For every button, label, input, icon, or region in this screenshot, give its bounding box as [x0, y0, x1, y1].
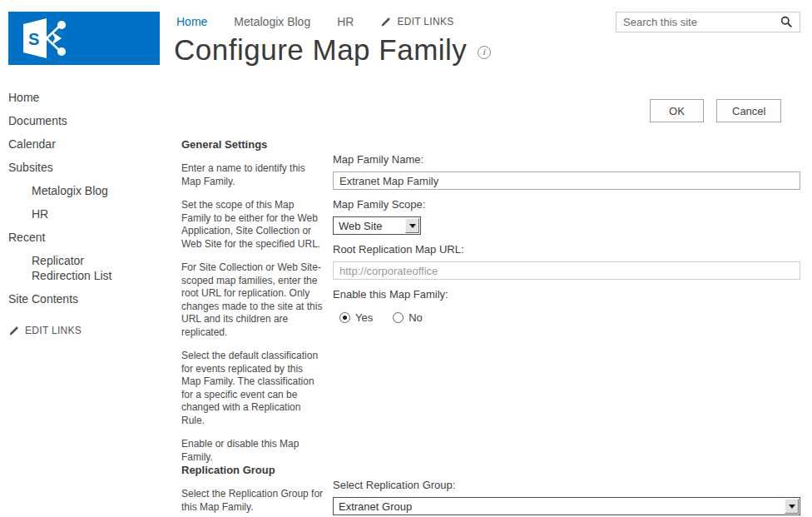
enable-map-family-label: Enable this Map Family:: [333, 288, 800, 301]
dropdown-arrow-icon[interactable]: [405, 218, 419, 233]
sidebar-item-site-contents[interactable]: Site Contents: [8, 291, 141, 306]
radio-unselected-icon: [393, 312, 404, 323]
top-navigation: Home Metalogix Blog HR EDIT LINKS: [176, 13, 454, 30]
replication-group-desc: Select the Replication Group for this Ma…: [181, 488, 324, 514]
sidebar-item-home[interactable]: Home: [8, 90, 141, 105]
root-replication-map-url-label: Root Replication Map URL:: [333, 243, 800, 256]
select-replication-group-value: Extranet Group: [339, 500, 412, 513]
sidebar-item-documents[interactable]: Documents: [8, 113, 141, 128]
map-family-name-input[interactable]: [333, 172, 800, 190]
enable-map-family-radios: Yes No: [333, 311, 800, 324]
ok-button[interactable]: OK: [650, 99, 704, 122]
form-actions: OK Cancel: [650, 99, 781, 122]
top-edit-links-label: EDIT LINKS: [397, 16, 453, 27]
sidebar-item-metalogix-blog[interactable]: Metalogix Blog: [8, 183, 141, 198]
top-nav-home[interactable]: Home: [176, 15, 207, 28]
map-family-scope-value: Web Site: [339, 220, 383, 232]
enable-yes-label: Yes: [355, 311, 373, 324]
dropdown-arrow-icon[interactable]: [785, 499, 799, 514]
cancel-button[interactable]: Cancel: [716, 99, 781, 122]
quick-launch-sidebar: Home Documents Calendar Subsites Metalog…: [8, 90, 162, 336]
sidebar-item-subsites[interactable]: Subsites: [8, 160, 141, 175]
general-settings-desc-1: Enter a name to identify this Map Family…: [181, 162, 324, 188]
root-replication-map-url-input[interactable]: [333, 261, 800, 280]
sidebar-item-calendar[interactable]: Calendar: [8, 137, 141, 152]
radio-selected-icon: [339, 312, 350, 323]
top-edit-links-button[interactable]: EDIT LINKS: [380, 16, 453, 27]
general-settings-desc-4: Select the default classification for ev…: [181, 350, 324, 427]
enable-no-label: No: [408, 311, 423, 324]
general-settings-desc-5: Enable or disable this Map Family.: [181, 438, 324, 464]
general-settings-desc-3: For Site Collection or Web Site-scoped m…: [181, 261, 324, 339]
site-search: [616, 12, 800, 32]
sidebar-item-recent[interactable]: Recent: [8, 230, 141, 245]
page-title-row: Configure Map Family i: [174, 33, 491, 67]
sidebar-edit-links-label: EDIT LINKS: [25, 325, 82, 336]
general-settings-fields: Map Family Name: Map Family Scope: Web S…: [333, 153, 800, 324]
top-nav-hr[interactable]: HR: [337, 15, 354, 28]
select-replication-group-select[interactable]: Extranet Group: [333, 497, 800, 515]
general-settings-desc-2: Set the scope of this Map Family to be e…: [181, 199, 324, 251]
map-family-name-label: Map Family Name:: [333, 153, 800, 167]
top-nav-metalogix-blog[interactable]: Metalogix Blog: [234, 15, 310, 28]
pencil-icon: [8, 326, 19, 336]
sidebar-item-hr[interactable]: HR: [8, 206, 141, 221]
pencil-icon: [380, 17, 391, 27]
map-family-scope-select[interactable]: Web Site: [333, 216, 421, 235]
select-replication-group-label: Select Replication Group:: [333, 479, 800, 492]
sharepoint-logo-icon: S: [22, 17, 75, 59]
replication-group-title: Replication Group: [181, 464, 324, 476]
svg-text:S: S: [28, 30, 39, 48]
page-title: Configure Map Family: [174, 33, 467, 67]
enable-no-radio[interactable]: No: [393, 311, 423, 324]
general-settings-title: General Settings: [181, 138, 324, 151]
replication-group-description: Replication Group Select the Replication…: [181, 464, 324, 517]
sidebar-edit-links-button[interactable]: EDIT LINKS: [8, 325, 162, 336]
general-settings-description: General Settings Enter a name to identif…: [181, 138, 324, 475]
search-icon[interactable]: [780, 16, 793, 28]
sidebar-item-replicator-redirection-list[interactable]: Replicator Redirection List: [8, 253, 141, 283]
configure-map-family-page: S Home Metalogix Blog HR EDIT LINKS: [0, 0, 812, 517]
map-family-scope-label: Map Family Scope:: [333, 198, 800, 211]
sharepoint-logo[interactable]: S: [8, 12, 160, 65]
info-icon[interactable]: i: [478, 46, 491, 59]
enable-yes-radio[interactable]: Yes: [339, 311, 373, 324]
search-input[interactable]: [623, 16, 775, 28]
replication-group-fields: Select Replication Group: Extranet Group: [333, 479, 800, 515]
